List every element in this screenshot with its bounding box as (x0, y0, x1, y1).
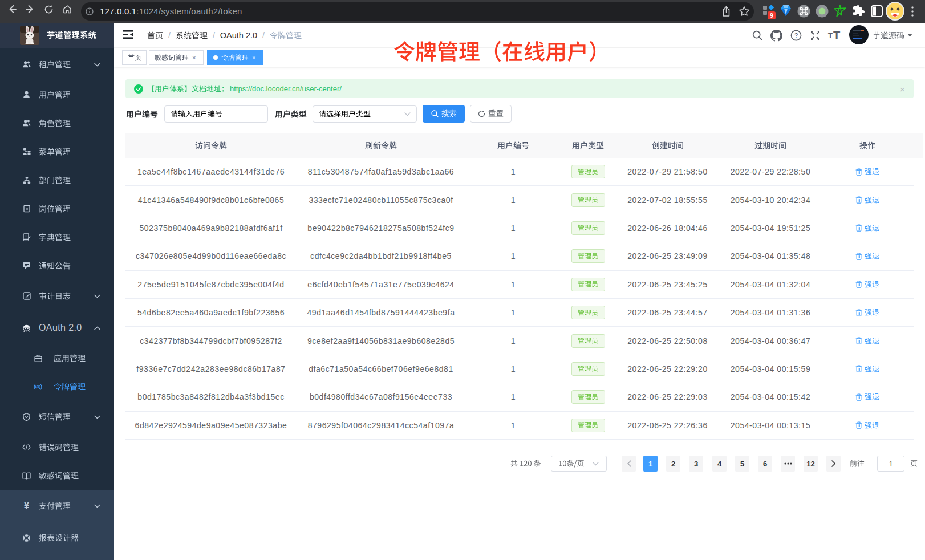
svg-text:9: 9 (770, 13, 773, 19)
svg-text:?: ? (794, 32, 798, 39)
svg-text:a: a (36, 384, 39, 389)
